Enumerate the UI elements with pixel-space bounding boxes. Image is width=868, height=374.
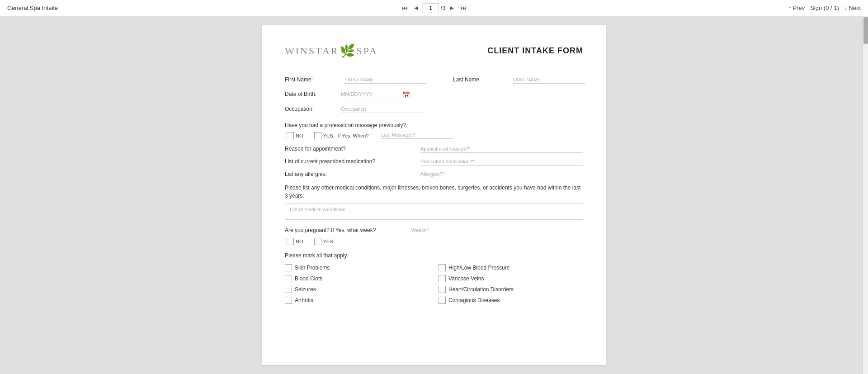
- prev-button[interactable]: ↑ Prev: [788, 5, 805, 11]
- medical-conditions-label: Please list any other medical conditions…: [285, 184, 583, 200]
- condition-contagious-diseases: Contagious Diseases: [439, 297, 583, 304]
- form-title: CLIENT INTAKE FORM: [487, 46, 583, 56]
- next-page-button[interactable]: ►: [447, 4, 457, 12]
- seizures-checkbox[interactable]: [285, 286, 292, 293]
- pregnant-label-row: Are you pregnant? If Yes, what week? Wee…: [285, 227, 583, 234]
- condition-varicose-veins: Varicose Veins: [439, 275, 583, 282]
- name-row: First Name: FIRST NAME Last Name: LAST N…: [285, 76, 583, 84]
- pregnant-checkbox-group: NO YES: [287, 238, 583, 245]
- last-name-value[interactable]: LAST NAME: [513, 77, 585, 84]
- condition-blood-pressure: High/Low Blood Pressure: [439, 264, 583, 271]
- occupation-label: Occupation:: [285, 106, 339, 112]
- massage-yes-checkbox[interactable]: [314, 132, 321, 139]
- contagious-diseases-label: Contagious Diseases: [448, 297, 500, 303]
- massage-yes-label: YES,: [323, 133, 335, 138]
- dob-row: Date of Birth: MM/DD/YYYY 📅: [285, 91, 583, 99]
- last-name-pair: Last Name: LAST NAME: [453, 76, 585, 84]
- pregnant-yes-checkbox[interactable]: [314, 238, 321, 245]
- top-bar: General Spa Intake ⏮ ◄ /3 ► ⏭ ↑ Prev Sig…: [0, 0, 868, 16]
- allergies-label: List any allergies:: [285, 171, 420, 177]
- last-name-label: Last Name:: [453, 76, 507, 83]
- allergies-row: List any allergies: Allergies?*: [285, 171, 583, 178]
- massage-question-text: Have you had a professional massage prev…: [285, 122, 583, 128]
- next-button[interactable]: ↓ Next: [844, 5, 861, 11]
- page-number-input[interactable]: [423, 3, 439, 13]
- allergies-value[interactable]: Allergies?*: [420, 171, 583, 178]
- main-area: WINSTAR 🌿 SPA CLIENT INTAKE FORM First N…: [0, 16, 868, 374]
- leaf-icon: 🌿: [340, 43, 355, 58]
- blood-pressure-checkbox[interactable]: [439, 264, 446, 271]
- condition-blood-clots: Blood Clots: [285, 275, 429, 282]
- massage-question-row: Have you had a professional massage prev…: [285, 122, 583, 139]
- pregnant-yes-label: YES: [323, 239, 333, 244]
- reason-value[interactable]: Appointment reason?*: [420, 146, 583, 153]
- massage-no-item: NO: [287, 132, 303, 139]
- heart-circulation-checkbox[interactable]: [439, 286, 446, 293]
- prev-page-button[interactable]: ◄: [411, 4, 421, 12]
- first-name-label: First Name:: [285, 76, 339, 83]
- reason-row: Reason for appointment? Appointment reas…: [285, 146, 583, 153]
- pregnant-no-checkbox[interactable]: [287, 238, 294, 245]
- calendar-icon[interactable]: 📅: [402, 91, 410, 99]
- medical-conditions-input[interactable]: List of medical conditions: [285, 204, 583, 220]
- pagination-controls: ⏮ ◄ /3 ► ⏭: [400, 3, 468, 13]
- first-name-value[interactable]: FIRST NAME: [344, 77, 426, 84]
- allergies-required: *: [442, 171, 444, 177]
- top-bar-actions: ↑ Prev Sign (0 / 1) ↓ Next: [788, 5, 861, 11]
- next-arrow-icon: ↓: [844, 5, 848, 11]
- form-header: WINSTAR 🌿 SPA CLIENT INTAKE FORM: [285, 43, 583, 58]
- total-pages: /3: [441, 5, 446, 11]
- massage-checkbox-group: NO YES, If Yes, When? Last Massage?: [287, 132, 583, 139]
- heart-circulation-label: Heart/Circulation Disorders: [448, 286, 514, 293]
- pregnant-row: Are you pregnant? If Yes, what week? Wee…: [285, 227, 583, 245]
- occupation-row: Occupation: Occupation: [285, 106, 583, 113]
- pregnant-no-item: NO: [287, 238, 303, 245]
- medication-row: List of current prescribed medication? P…: [285, 158, 583, 166]
- condition-heart-circulation: Heart/Circulation Disorders: [439, 286, 583, 293]
- document-title: General Spa Intake: [7, 5, 58, 11]
- dob-label: Date of Birth:: [285, 91, 339, 97]
- last-page-button[interactable]: ⏭: [458, 4, 468, 12]
- arthritis-label: Arthritis: [295, 297, 313, 303]
- medication-value[interactable]: Prescribed medication?*: [420, 159, 583, 166]
- skin-problems-checkbox[interactable]: [285, 264, 292, 271]
- if-yes-when-label: If Yes, When?: [338, 133, 369, 138]
- pregnant-yes-item: YES: [314, 238, 333, 245]
- logo-text-right: SPA: [356, 45, 377, 57]
- reason-label: Reason for appointment?: [285, 146, 420, 152]
- first-name-pair: First Name: FIRST NAME: [285, 76, 426, 84]
- prev-arrow-icon: ↑: [788, 5, 792, 11]
- medication-label: List of current prescribed medication?: [285, 158, 420, 165]
- blood-pressure-label: High/Low Blood Pressure: [448, 265, 509, 271]
- massage-no-label: NO: [296, 133, 303, 138]
- form-card: WINSTAR 🌿 SPA CLIENT INTAKE FORM First N…: [262, 25, 606, 365]
- pregnant-label: Are you pregnant? If Yes, what week?: [285, 227, 411, 233]
- logo: WINSTAR 🌿 SPA: [285, 43, 378, 58]
- scrollbar-track[interactable]: [863, 16, 868, 374]
- mark-all-label: Please mark all that apply.: [285, 252, 583, 259]
- conditions-grid: Skin Problems High/Low Blood Pressure Bl…: [285, 264, 583, 304]
- logo-text-left: WINSTAR: [285, 45, 339, 57]
- dob-value[interactable]: MM/DD/YYYY: [341, 91, 400, 98]
- seizures-label: Seizures: [295, 286, 316, 293]
- blood-clots-label: Blood Clots: [295, 275, 322, 282]
- last-massage-field[interactable]: Last Massage?: [381, 132, 453, 139]
- condition-skin-problems: Skin Problems: [285, 264, 429, 271]
- massage-no-checkbox[interactable]: [287, 132, 294, 139]
- varicose-veins-checkbox[interactable]: [439, 275, 446, 282]
- arthritis-checkbox[interactable]: [285, 297, 292, 304]
- skin-problems-label: Skin Problems: [295, 265, 330, 271]
- blood-clots-checkbox[interactable]: [285, 275, 292, 282]
- massage-yes-item: YES, If Yes, When?: [314, 132, 369, 139]
- first-page-button[interactable]: ⏮: [400, 4, 410, 12]
- reason-required: *: [468, 146, 470, 151]
- contagious-diseases-checkbox[interactable]: [439, 297, 446, 304]
- condition-seizures: Seizures: [285, 286, 429, 293]
- dob-input-group: MM/DD/YYYY 📅: [341, 91, 410, 99]
- condition-arthritis: Arthritis: [285, 297, 429, 304]
- weeks-field[interactable]: Weeks?: [411, 227, 583, 234]
- scrollbar-thumb[interactable]: [863, 17, 868, 44]
- sign-button[interactable]: Sign (0 / 1): [810, 5, 839, 11]
- occupation-value[interactable]: Occupation: [341, 106, 422, 113]
- medication-required: *: [472, 159, 474, 164]
